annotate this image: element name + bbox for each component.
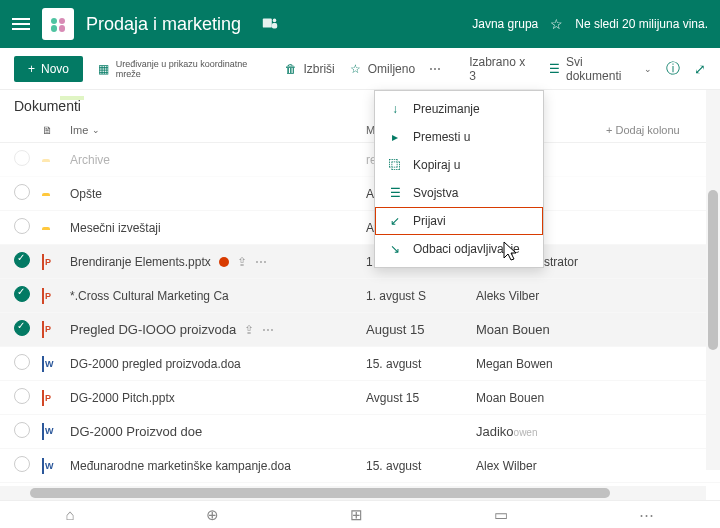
selection-count: Izabrano x 3	[469, 55, 533, 83]
menu-item[interactable]: ⿻Kopiraj u	[375, 151, 543, 179]
table-row[interactable]: Archiveresteruay	[0, 143, 720, 177]
file-name[interactable]: DG-2000 Proizvod doe	[70, 424, 366, 439]
follow-text: Ne sledi 20 milijuna vina.	[575, 17, 708, 31]
teams-icon[interactable]	[261, 15, 279, 33]
group-type: Javna grupa	[472, 17, 538, 31]
table-row[interactable]: Mesečni izveštajiAvgust I	[0, 211, 720, 245]
modified-by-cell: Megan Bowen	[476, 357, 606, 371]
file-name[interactable]: Mesečni izveštaji	[70, 221, 366, 235]
file-name[interactable]: Međunarodne marketinške kampanje.doa	[70, 459, 366, 473]
vertical-scrollbar[interactable]	[706, 90, 720, 470]
word-icon	[42, 458, 44, 474]
row-checkbox[interactable]	[14, 184, 30, 200]
site-logo[interactable]	[42, 8, 74, 40]
row-checkbox[interactable]	[14, 320, 30, 336]
favorite-button[interactable]: ☆ Omiljeno	[349, 62, 415, 76]
row-checkbox[interactable]	[14, 456, 30, 472]
crumb-label[interactable]: Dokumenti	[14, 98, 81, 116]
delete-button[interactable]: 🗑 Izbriši	[284, 62, 334, 76]
menu-item-label: Kopiraj u	[413, 158, 460, 172]
grid-icon: ▦	[97, 62, 111, 76]
menu-item-label: Prijavi	[413, 214, 446, 228]
row-checkbox[interactable]	[14, 218, 30, 234]
table-row[interactable]: Brendiranje Elements.pptx ⇪ ⋯1 min. 090M…	[0, 245, 720, 279]
file-name[interactable]: *.Cross Cultural Marketing Ca	[70, 289, 366, 303]
svg-rect-6	[272, 23, 277, 28]
share-icon[interactable]: ⇪	[244, 323, 254, 337]
file-name[interactable]: Pregled DG-IOOO proizvoda ⇪ ⋯	[70, 322, 366, 337]
row-checkbox[interactable]	[14, 422, 30, 438]
row-checkbox[interactable]	[14, 252, 30, 268]
apps-icon[interactable]: ⊞	[350, 506, 363, 524]
col-name[interactable]: Ime ⌄	[70, 124, 366, 136]
file-list: 🗎 Ime ⌄ Modifi + Dodaj kolonu Archiveres…	[0, 118, 720, 483]
list-icon: ☰	[547, 62, 561, 76]
star-icon[interactable]: ☆	[550, 16, 563, 32]
modified-by-cell: Moan Bouen	[476, 391, 606, 405]
menu-item[interactable]: ↓Preuzimanje	[375, 95, 543, 123]
new-button[interactable]: + Novo	[14, 56, 83, 82]
menu-item-icon: ⿻	[387, 158, 403, 172]
menu-item[interactable]: ▸Premesti u	[375, 123, 543, 151]
powerpoint-icon	[42, 321, 44, 338]
table-header: 🗎 Ime ⌄ Modifi + Dodaj kolonu	[0, 118, 720, 143]
trash-icon: 🗑	[284, 62, 298, 76]
menu-item[interactable]: ☰Svojstva	[375, 179, 543, 207]
globe-icon[interactable]: ⊕	[206, 506, 219, 524]
share-icon[interactable]: ⇪	[237, 255, 247, 269]
file-name[interactable]: Archive	[70, 153, 366, 167]
row-checkbox[interactable]	[14, 388, 30, 404]
table-row[interactable]: DG-2000 Pitch.pptxAvgust 15Moan Bouen	[0, 381, 720, 415]
table-row[interactable]: *.Cross Cultural Marketing Ca1. avgust S…	[0, 279, 720, 313]
menu-item-label: Premesti u	[413, 130, 470, 144]
more-button[interactable]: ⋯	[429, 62, 441, 76]
modified-cell: 15. avgust	[366, 357, 476, 371]
cursor-icon	[500, 240, 522, 264]
bottom-nav: ⌂ ⊕ ⊞ ▭ ⋯	[0, 500, 720, 528]
menu-item-label: Preuzimanje	[413, 102, 480, 116]
row-checkbox[interactable]	[14, 354, 30, 370]
menu-item-icon: ☰	[387, 186, 403, 200]
expand-icon[interactable]: ⤢	[694, 61, 706, 77]
view-selector[interactable]: ☰ Svi dokumenti ⌄	[547, 55, 652, 83]
powerpoint-icon	[42, 390, 44, 406]
menu-item[interactable]: ↙Prijavi	[375, 207, 543, 235]
table-row[interactable]: DG-2000 pregled proizvoda.doa15. avgustM…	[0, 347, 720, 381]
breadcrumb: Dokumenti	[0, 90, 720, 118]
menu-item-icon: ↘	[387, 242, 403, 256]
site-title: Prodaja i marketing	[86, 14, 241, 35]
file-name[interactable]: Brendiranje Elements.pptx ⇪ ⋯	[70, 255, 366, 269]
edit-grid-button[interactable]: ▦ Uređivanje u prikazu koordinatne mreže	[97, 59, 270, 79]
add-column[interactable]: + Dodaj kolonu	[606, 124, 706, 136]
row-checkbox[interactable]	[14, 286, 30, 302]
menu-item-icon: ▸	[387, 130, 403, 144]
checked-out-icon	[219, 257, 229, 267]
home-icon[interactable]: ⌂	[66, 506, 75, 523]
table-row[interactable]: Međunarodne marketinške kampanje.doa15. …	[0, 449, 720, 483]
menu-toggle[interactable]	[12, 18, 30, 30]
file-name[interactable]: DG-2000 pregled proizvoda.doa	[70, 357, 366, 371]
table-row[interactable]: Pregled DG-IOOO proizvoda ⇪ ⋯August 15Mo…	[0, 313, 720, 347]
chevron-down-icon: ⌄	[92, 125, 100, 135]
modified-cell: 1. avgust S	[366, 289, 476, 303]
word-icon	[42, 423, 44, 440]
table-row[interactable]: DG-2000 Proizvod doeJadikoowen	[0, 415, 720, 449]
file-name[interactable]: DG-2000 Pitch.pptx	[70, 391, 366, 405]
squares-icon[interactable]: ▭	[494, 506, 508, 524]
table-row[interactable]: OpšteAugur (Augon)	[0, 177, 720, 211]
horizontal-scrollbar[interactable]	[0, 486, 706, 500]
svg-point-0	[51, 18, 57, 24]
modified-by-cell: Jadikoowen	[476, 424, 606, 439]
svg-point-1	[59, 18, 65, 24]
menu-item-label: Svojstva	[413, 186, 458, 200]
modified-by-cell: Aleks Vilber	[476, 289, 606, 303]
info-icon[interactable]: ⓘ	[666, 60, 680, 78]
row-more-icon[interactable]: ⋯	[262, 323, 274, 337]
modified-cell: August 15	[366, 322, 476, 337]
row-checkbox[interactable]	[14, 150, 30, 166]
powerpoint-icon	[42, 254, 44, 270]
file-type-icon[interactable]: 🗎	[42, 124, 70, 136]
file-name[interactable]: Opšte	[70, 187, 366, 201]
dots-icon[interactable]: ⋯	[639, 506, 654, 524]
row-more-icon[interactable]: ⋯	[255, 255, 267, 269]
